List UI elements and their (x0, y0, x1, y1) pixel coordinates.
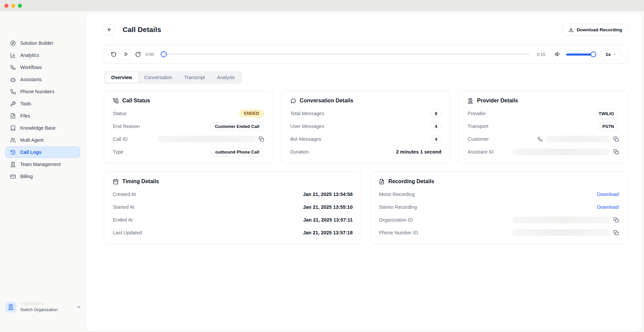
sidebar-item-label: Workflows (20, 65, 42, 70)
close-window-button[interactable] (4, 4, 8, 8)
organization-id-label: Organization ID (379, 217, 413, 223)
calendar-icon (113, 179, 119, 185)
total-messages-row: Total Messages 9 (290, 107, 442, 120)
copy-icon (259, 136, 264, 142)
assistant-id-row: Assistant ID (468, 145, 619, 158)
sidebar-item-assistants[interactable]: Assistants (5, 74, 80, 85)
provider-pill: TWILIO (594, 109, 619, 118)
copy-phone-number-id-button[interactable] (613, 230, 619, 235)
sidebar-item-label: Analytics (20, 53, 39, 58)
mono-download-link[interactable]: Download (597, 192, 619, 197)
end-reason-pill: Customer Ended Call (210, 122, 264, 131)
copy-icon (613, 230, 619, 235)
sidebar-item-phone-numbers[interactable]: Phone Numbers (5, 86, 80, 97)
bot-icon (10, 77, 16, 82)
card-title: Provider Details (477, 98, 518, 104)
back-button[interactable] (104, 24, 115, 35)
sidebar-item-label: Multi Agent (20, 137, 43, 143)
file-icon (379, 179, 385, 185)
provider-label: Provider (468, 111, 486, 116)
sidebar-item-label: Assistants (20, 77, 42, 82)
copy-icon (613, 136, 619, 142)
sidebar-item-knowledge-base[interactable]: Knowledge Base (5, 122, 80, 134)
tab-conversation[interactable]: Conversation (138, 72, 178, 82)
transport-pill: PSTN (598, 122, 619, 131)
sidebar-item-multi-agent[interactable]: Multi Agent (5, 134, 80, 146)
volume-icon[interactable] (555, 51, 561, 57)
duration-label: Duration (290, 149, 309, 155)
play-icon (124, 52, 128, 57)
copy-organization-id-button[interactable] (613, 217, 619, 223)
bot-messages-count: 4 (431, 135, 441, 143)
total-messages-count: 9 (431, 109, 441, 118)
volume-slider[interactable] (566, 52, 594, 57)
page-title: Call Details (123, 26, 161, 34)
stereo-recording-label: Stereo Recording (379, 204, 417, 210)
copy-assistant-id-button[interactable] (613, 149, 619, 155)
book-icon (10, 125, 16, 131)
sidebar-item-workflows[interactable]: Workflows (5, 62, 80, 73)
started-at-label: Started At (113, 204, 134, 210)
sidebar-item-call-logs[interactable]: Call Logs (5, 146, 80, 158)
user-messages-row: User Messages 4 (290, 120, 442, 133)
sidebar-item-billing[interactable]: Billing (5, 171, 80, 182)
tab-bar: Overview Conversation Transcript Analysi… (104, 71, 242, 84)
sidebar-item-team-management[interactable]: Team Management (5, 159, 80, 170)
copy-customer-button[interactable] (613, 136, 619, 142)
credit-card-icon (10, 174, 16, 179)
sidebar-item-tools[interactable]: Tools (5, 98, 80, 109)
card-title: Call Status (122, 98, 150, 104)
main-panel: Call Details Download Recording 0:00 0:1… (86, 13, 641, 331)
building-icon (8, 304, 14, 310)
playback-speed-button[interactable]: 1x (601, 49, 621, 60)
copy-call-id-button[interactable] (259, 136, 264, 142)
status-label: Status (113, 111, 127, 116)
phone-number-id-label: Phone Number ID (379, 230, 418, 235)
call-id-label: Call ID (113, 136, 128, 142)
stereo-download-link[interactable]: Download (597, 204, 619, 210)
play-button[interactable] (121, 49, 131, 60)
started-at-row: Started At Jan 21, 2025 13:55:10 (113, 201, 353, 213)
sidebar-item-files[interactable]: Files (5, 110, 80, 122)
message-circle-icon (290, 98, 296, 104)
tab-overview[interactable]: Overview (105, 72, 138, 82)
zoom-window-button[interactable] (18, 4, 22, 8)
rotate-ccw-icon (111, 52, 117, 57)
volume-track (566, 54, 594, 56)
switch-organization[interactable]: Switch Organization (5, 302, 81, 312)
phone-number-id-row: Phone Number ID (379, 226, 619, 239)
customer-label: Customer (468, 136, 489, 142)
duration-row: Duration 2 minutes 1 second (290, 145, 442, 158)
ended-at-value: Jan 21, 2025 13:57:11 (303, 217, 353, 223)
copy-icon (613, 149, 619, 155)
seek-slider[interactable] (161, 51, 530, 57)
volume-thumb[interactable] (590, 52, 596, 57)
phone-icon (538, 137, 543, 142)
copy-icon (613, 217, 619, 223)
provider-row: Provider TWILIO (468, 107, 619, 120)
sidebar-item-analytics[interactable]: Analytics (5, 49, 80, 61)
sidebar: Solution Builder Analytics Workflows Ass… (0, 11, 86, 332)
download-icon (569, 27, 574, 32)
compass-icon (10, 40, 16, 46)
current-time: 0:00 (146, 52, 156, 57)
mono-recording-label: Mono Recording (379, 192, 415, 197)
seek-thumb[interactable] (161, 51, 167, 57)
sidebar-item-solution-builder[interactable]: Solution Builder (5, 37, 80, 49)
audio-player: 0:00 0:15 1x (104, 45, 628, 64)
rewind-button[interactable] (111, 52, 117, 57)
call-id-redacted-value (158, 136, 255, 142)
forward-button[interactable] (135, 52, 141, 57)
conversation-details-card: Conversation Details Total Messages 9 Us… (281, 91, 451, 163)
building-icon (468, 98, 473, 104)
download-recording-button[interactable]: Download Recording (563, 24, 628, 36)
mono-recording-row: Mono Recording Download (379, 188, 619, 201)
organization-name-redacted (20, 302, 44, 305)
chevron-down-icon[interactable] (76, 305, 81, 309)
tab-transcript[interactable]: Transcript (178, 72, 211, 82)
minimize-window-button[interactable] (11, 4, 15, 8)
customer-row: Customer (468, 133, 619, 145)
tab-analysis[interactable]: Analysis (211, 72, 240, 82)
workflow-icon (10, 65, 16, 70)
ended-at-label: Ended At (113, 217, 133, 223)
